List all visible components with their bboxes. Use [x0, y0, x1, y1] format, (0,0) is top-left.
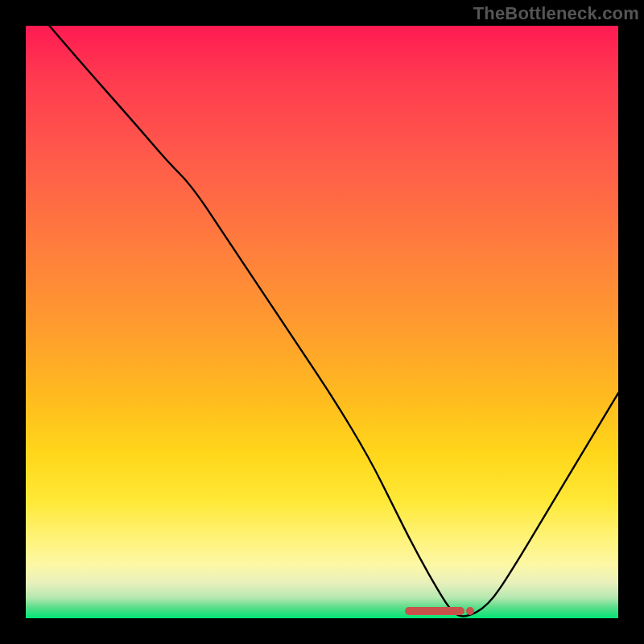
chart-frame: TheBottleneck.com [0, 0, 644, 644]
watermark-text: TheBottleneck.com [473, 3, 639, 24]
plot-area [26, 26, 618, 618]
bottleneck-curve-path [49, 26, 618, 617]
optimum-range-marker [405, 607, 464, 615]
bottleneck-curve-svg [26, 26, 618, 618]
